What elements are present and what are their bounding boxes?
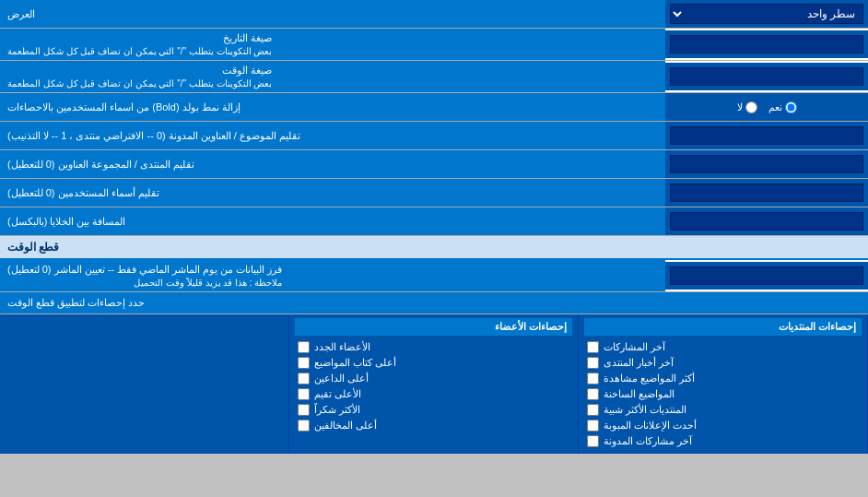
stat-most-viewed: أكثر المواضيع مشاهدة bbox=[584, 371, 862, 386]
stats-col-empty bbox=[0, 314, 289, 453]
label-topic-address: تقليم الموضوع / العناوين المدونة (0 -- ا… bbox=[0, 122, 665, 149]
label-user-names: تقليم أسماء المستخدمين (0 للتعطيل) bbox=[0, 179, 665, 207]
radio-no-label[interactable]: لا bbox=[737, 101, 757, 113]
text-forum-address[interactable]: 33 bbox=[670, 155, 863, 173]
stats-col-posts: إحصاءات المنتديات آخر المشاركات آخر أخبا… bbox=[579, 314, 868, 453]
check-last-posts[interactable] bbox=[587, 341, 599, 353]
check-top-online[interactable] bbox=[298, 373, 310, 385]
input-forum-address[interactable]: 33 bbox=[665, 150, 868, 178]
check-last-topics[interactable] bbox=[587, 388, 599, 400]
text-topic-address[interactable]: 33 bbox=[670, 126, 863, 145]
stat-top-posters: أعلى كتاب المواضيع bbox=[295, 355, 572, 371]
text-date-format[interactable]: d-m bbox=[670, 35, 863, 53]
radio-no[interactable] bbox=[745, 101, 757, 113]
check-top-moderators[interactable] bbox=[298, 420, 310, 432]
check-recent-ads[interactable] bbox=[587, 420, 599, 432]
post-stats-title: إحصاءات المنتديات bbox=[584, 318, 862, 337]
input-user-names[interactable]: 0 bbox=[665, 179, 868, 207]
text-time-format[interactable]: H:i bbox=[670, 67, 863, 86]
stat-new-members: الأعضاء الجدد bbox=[295, 339, 572, 355]
row-user-names: تقليم أسماء المستخدمين (0 للتعطيل) 0 bbox=[0, 179, 868, 207]
stat-top-moderators: أعلى المخالفين bbox=[295, 418, 572, 433]
label-forum-address: تقليم المنتدى / المجموعة العناوين (0 للت… bbox=[0, 150, 665, 178]
text-time-cut[interactable]: 0 bbox=[670, 266, 863, 285]
row-date-format: صيغة التاريخ بعض التكوينات يتطلب "/" الت… bbox=[0, 29, 868, 61]
input-cell-distance[interactable]: 2 bbox=[665, 207, 868, 235]
input-date-format[interactable]: d-m bbox=[665, 30, 868, 58]
label-new-members[interactable]: الأعضاء الجدد bbox=[314, 341, 370, 353]
label-bold-remove: إزالة نمط بولد (Bold) من اسماء المستخدمي… bbox=[0, 93, 665, 121]
row-bold-remove: إزالة نمط بولد (Bold) من اسماء المستخدمي… bbox=[0, 93, 868, 122]
stats-header: حدد إحصاءات لتطبيق قطع الوقت bbox=[0, 292, 868, 314]
input-display-mode[interactable]: سطر واحد متعدد الأسطر bbox=[665, 0, 868, 28]
radio-yes-label[interactable]: نعم bbox=[768, 101, 797, 113]
row-forum-address: تقليم المنتدى / المجموعة العناوين (0 للت… bbox=[0, 150, 868, 179]
text-user-names[interactable]: 0 bbox=[670, 183, 863, 202]
radio-bold-remove[interactable]: نعم لا bbox=[665, 93, 868, 121]
time-section-header: قطع الوقت bbox=[0, 236, 868, 260]
check-most-thankful[interactable] bbox=[298, 404, 310, 416]
stat-similar-forums: المنتديات الأكثر شبية bbox=[584, 402, 862, 418]
label-date-format: صيغة التاريخ بعض التكوينات يتطلب "/" الت… bbox=[0, 29, 665, 60]
stat-most-thankful: الأكثر شكراً bbox=[295, 402, 572, 418]
check-similar-forums[interactable] bbox=[587, 404, 599, 416]
row-display-mode: العرض سطر واحد متعدد الأسطر bbox=[0, 0, 868, 29]
stats-col-members: إحصاءات الأعضاء الأعضاء الجدد أعلى كتاب … bbox=[289, 314, 579, 453]
stat-last-topics: المواضيع الساخنة bbox=[584, 386, 862, 402]
check-most-viewed[interactable] bbox=[587, 373, 599, 385]
stats-section: إحصاءات الأعضاء الأعضاء الجدد أعلى كتاب … bbox=[0, 314, 868, 454]
stat-last-blog: آخر مشاركات المدونة bbox=[584, 433, 862, 449]
check-last-blog[interactable] bbox=[587, 435, 599, 447]
label-most-thankful[interactable]: الأكثر شكراً bbox=[314, 404, 360, 416]
check-last-news[interactable] bbox=[587, 357, 599, 369]
member-stats-title: إحصاءات الأعضاء bbox=[295, 318, 572, 337]
input-time-cut[interactable]: 0 bbox=[665, 262, 868, 290]
label-top-online[interactable]: أعلى الداعين bbox=[314, 373, 369, 385]
radio-yes[interactable] bbox=[785, 101, 797, 113]
stat-last-news: آخر أخبار المنتدى bbox=[584, 355, 862, 371]
label-recent-ads[interactable]: أحدث الإعلانات المبوبة bbox=[604, 420, 697, 432]
label-last-posts[interactable]: آخر المشاركات bbox=[604, 341, 665, 353]
input-topic-address[interactable]: 33 bbox=[665, 122, 868, 149]
label-last-topics[interactable]: المواضيع الساخنة bbox=[604, 388, 674, 400]
input-time-format[interactable]: H:i bbox=[665, 63, 868, 90]
stat-top-raters: الأعلى تقيم bbox=[295, 386, 572, 402]
main-container: العرض سطر واحد متعدد الأسطر صيغة التاريخ… bbox=[0, 0, 868, 454]
select-display-mode[interactable]: سطر واحد متعدد الأسطر bbox=[670, 4, 863, 24]
label-top-posters[interactable]: أعلى كتاب المواضيع bbox=[314, 357, 396, 369]
label-time-cut: فرز البيانات من يوم الماشر الماضي فقط --… bbox=[0, 260, 665, 291]
row-topic-address: تقليم الموضوع / العناوين المدونة (0 -- ا… bbox=[0, 122, 868, 150]
stat-top-online: أعلى الداعين bbox=[295, 371, 572, 386]
label-top-raters[interactable]: الأعلى تقيم bbox=[314, 388, 361, 400]
check-new-members[interactable] bbox=[298, 341, 310, 353]
stat-last-posts: آخر المشاركات bbox=[584, 339, 862, 355]
label-last-news[interactable]: آخر أخبار المنتدى bbox=[604, 357, 674, 369]
text-cell-distance[interactable]: 2 bbox=[670, 212, 863, 231]
label-similar-forums[interactable]: المنتديات الأكثر شبية bbox=[604, 404, 686, 416]
label-last-blog[interactable]: آخر مشاركات المدونة bbox=[604, 435, 692, 447]
label-cell-distance: المسافة بين الخلايا (بالبكسل) bbox=[0, 207, 665, 235]
check-top-raters[interactable] bbox=[298, 388, 310, 400]
check-top-posters[interactable] bbox=[298, 357, 310, 369]
label-time-format: صيغة الوقت بعض التكوينات يتطلب "/" التي … bbox=[0, 61, 665, 92]
row-time-format: صيغة الوقت بعض التكوينات يتطلب "/" التي … bbox=[0, 61, 868, 93]
row-cell-distance: المسافة بين الخلايا (بالبكسل) 2 bbox=[0, 207, 868, 236]
label-display-mode: العرض bbox=[0, 0, 665, 28]
stat-recent-ads: أحدث الإعلانات المبوبة bbox=[584, 418, 862, 433]
row-time-cut: فرز البيانات من يوم الماشر الماضي فقط --… bbox=[0, 260, 868, 292]
label-top-moderators[interactable]: أعلى المخالفين bbox=[314, 420, 377, 432]
label-most-viewed[interactable]: أكثر المواضيع مشاهدة bbox=[604, 373, 695, 385]
